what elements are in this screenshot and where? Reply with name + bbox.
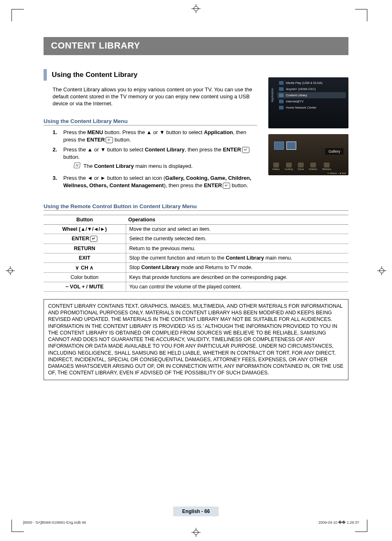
step-number: 3. xyxy=(53,174,59,189)
disclaimer-paragraph: INFORMATION IN THE CONTENT LIBRARY IS PR… xyxy=(48,323,344,376)
tv-menu-item-icon xyxy=(279,106,284,109)
intro-paragraph: The Content Library allows you to enjoy … xyxy=(53,86,258,107)
button-cell: Wheel (▲/▼/◄/►) xyxy=(44,224,126,234)
col-header-button: Button xyxy=(44,215,126,224)
footer-filename: [8000 - SA]BN68-01988G-Eng.indb 66 xyxy=(23,520,86,525)
tv-menu-item: Internet@TV xyxy=(277,98,346,104)
table-heading: Using the Remote Control Button in Conte… xyxy=(44,203,348,211)
gallery-icon-glyph xyxy=(310,163,316,167)
enter-icon: ↵ xyxy=(90,236,97,242)
note-icon: N xyxy=(74,163,81,168)
gallery-category-icon: Gallery xyxy=(272,163,279,170)
tv-menu-item-icon xyxy=(279,100,284,103)
disclaimer-box: CONTENT LIBRARY CONTAINS TEXT, GRAPHICS,… xyxy=(44,299,348,380)
step-text: Press the ◄ or ► button to select an ico… xyxy=(63,174,258,189)
gallery-icon-glyph xyxy=(298,163,304,167)
tv-menu-item-label: Internet@TV xyxy=(286,100,304,103)
gallery-preview-row xyxy=(274,142,296,150)
gallery-thumb-selected xyxy=(286,142,296,150)
table-row: ∨ CH ∧Stop Content Library mode and Retu… xyxy=(44,262,348,272)
tv-menu-item-label: Home Network Center xyxy=(286,106,316,109)
button-cell: ∨ CH ∧ xyxy=(44,262,126,272)
table-row: Color buttonKeys that provide functions … xyxy=(44,272,348,282)
tv-menu-item: Content Library xyxy=(277,92,346,98)
step-1: 1. Press the MENU button. Press the ▲ or… xyxy=(53,129,258,144)
gallery-icon-row: GalleryCookingGameChildrenWellness xyxy=(272,163,331,170)
numbered-steps: 1. Press the MENU button. Press the ▲ or… xyxy=(53,129,258,189)
enter-icon: ↵ xyxy=(242,147,249,153)
enter-icon: ↵ xyxy=(106,137,113,143)
gallery-category-icon: Wellness xyxy=(322,163,331,170)
step-3: 3. Press the ◄ or ► button to select an … xyxy=(53,174,258,189)
operation-cell: Stop Content Library mode and Returns to… xyxy=(126,262,348,272)
section-title-bar: CONTENT LIBRARY xyxy=(44,37,348,55)
remote-control-table: Button Operations Wheel (▲/▼/◄/►)Move th… xyxy=(44,215,348,292)
tv-menu-item: Anynet+ (HDMI-CEC) xyxy=(277,86,346,92)
note-row: N The Content Library main menu is displ… xyxy=(74,163,258,170)
gallery-category-icon: Cooking xyxy=(284,163,293,170)
table-row: RETURNReturn to the previous menu. xyxy=(44,244,348,253)
table-row: Wheel (▲/▼/◄/►)Move the cursor and selec… xyxy=(44,224,348,234)
button-cell: − VOL + / MUTE xyxy=(44,282,126,291)
tv-menu-item: Media Play (USB & DLNA) xyxy=(277,80,346,86)
operation-cell: Keys that provide functions are describe… xyxy=(126,272,348,282)
button-cell: Color button xyxy=(44,272,126,282)
tv-menu-item-icon xyxy=(279,93,284,97)
gallery-icon-glyph xyxy=(286,163,292,167)
table-row: − VOL + / MUTEYou can control the volume… xyxy=(44,282,348,291)
registration-mark-icon xyxy=(191,528,201,537)
procedure-heading: Using the Content Library Menu xyxy=(44,118,257,125)
step-number: 2. xyxy=(53,146,59,172)
heading-accent-bar xyxy=(44,69,47,81)
tv-menu-item: Home Network Center xyxy=(277,104,346,111)
step-text: Press the MENU button. Press the ▲ or ▼ … xyxy=(63,129,258,144)
enter-icon: ↵ xyxy=(223,183,230,189)
gallery-footer-hints: ↩ Return →∎ Exit xyxy=(327,172,346,174)
gallery-thumb xyxy=(274,142,284,150)
step-text: Press the ▲ or ▼ button to select Conten… xyxy=(63,146,258,172)
crop-mark xyxy=(12,520,24,532)
disclaimer-paragraph: CONTENT LIBRARY CONTAINS TEXT, GRAPHICS,… xyxy=(48,303,344,323)
tv-menu-item-icon xyxy=(279,81,284,85)
table-row: EXITStop the current function and return… xyxy=(44,253,348,262)
table-row: ENTER↵Select the currently selected item… xyxy=(44,234,348,244)
operation-cell: Move the cursor and select an item. xyxy=(126,224,348,234)
operation-cell: Return to the previous menu. xyxy=(126,244,348,253)
button-cell: RETURN xyxy=(44,244,126,253)
tv-menu-item-label: Anynet+ (HDMI-CEC) xyxy=(286,87,316,91)
heading-text: Using the Content Library xyxy=(52,71,138,79)
tv-menu-category: Application xyxy=(271,88,274,102)
page-number-pill: English - 66 xyxy=(173,506,219,516)
footer-timestamp: 2009-04-10 �� 1:26:37 xyxy=(318,520,359,525)
gallery-category-icon: Game xyxy=(298,163,304,170)
operation-cell: You can control the volume of the played… xyxy=(126,282,348,291)
operation-cell: Select the currently selected item. xyxy=(126,234,348,244)
tv-menu-screenshot: Application Media Play (USB & DLNA)Anyne… xyxy=(268,77,348,128)
gallery-icon-label: Gallery xyxy=(272,168,279,170)
step-number: 1. xyxy=(53,129,59,144)
col-header-operations: Operations xyxy=(126,215,348,224)
tv-menu-item-label: Media Play (USB & DLNA) xyxy=(286,81,323,85)
gallery-icon-glyph xyxy=(324,163,330,167)
step-2: 2. Press the ▲ or ▼ button to select Con… xyxy=(53,146,258,172)
operation-cell: Stop the current function and return to … xyxy=(126,253,348,262)
gallery-icon-label: Children xyxy=(309,168,317,170)
gallery-icon-label: Game xyxy=(298,168,304,170)
gallery-label: Gallery xyxy=(325,148,344,155)
gallery-category-icon: Children xyxy=(309,163,317,170)
tv-menu-item-label: Content Library xyxy=(286,93,307,97)
tv-menu-item-icon xyxy=(279,87,284,91)
button-cell: ENTER↵ xyxy=(44,234,126,244)
tv-gallery-screenshot: Gallery GalleryCookingGameChildrenWellne… xyxy=(268,134,348,175)
gallery-icon-label: Wellness xyxy=(322,168,331,170)
gallery-icon-glyph xyxy=(273,163,279,167)
button-cell: EXIT xyxy=(44,253,126,262)
gallery-icon-label: Cooking xyxy=(284,168,293,170)
screenshot-column: Application Media Play (USB & DLNA)Anyne… xyxy=(268,77,348,175)
